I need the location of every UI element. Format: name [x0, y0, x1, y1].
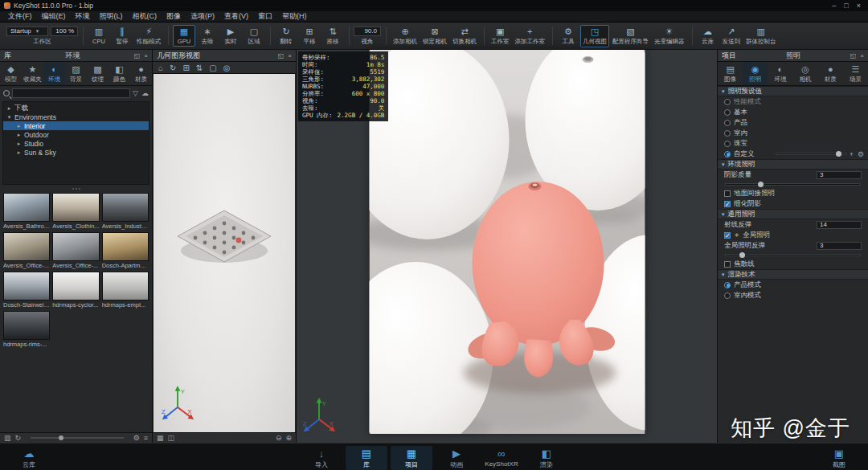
global-illumination-row[interactable]: ∗ 全局照明 — [718, 230, 868, 240]
tab-camera[interactable]: ◎ 相机 — [793, 62, 818, 85]
pan-icon[interactable]: ⊞ — [182, 63, 189, 72]
geometry-viewport[interactable]: Y X Z — [154, 74, 295, 432]
float-icon[interactable]: ◱ — [850, 52, 857, 59]
project-button[interactable]: ▦ 项目 — [391, 446, 432, 470]
send-to-button[interactable]: ↗ 发送到 — [720, 25, 743, 47]
zoom-in-icon[interactable]: ⊕ — [285, 434, 292, 442]
refresh-icon[interactable]: ↻ — [15, 434, 22, 442]
list-icon[interactable]: ≡ — [144, 434, 148, 442]
realtime-button[interactable]: ▶ 实时 — [219, 25, 242, 47]
tab-textures[interactable]: ▩ 纹理 — [87, 62, 108, 85]
render-technique-option[interactable]: 室内模式 — [718, 290, 868, 300]
menu-item[interactable]: 帮助(H) — [277, 11, 312, 22]
import-button[interactable]: ↓ 导入 — [301, 446, 342, 470]
maximize-icon[interactable]: □ — [844, 2, 848, 10]
tab-image[interactable]: ▤ 图像 — [718, 62, 743, 85]
tab-scene[interactable]: ☰ 场景 — [843, 62, 868, 85]
tab-materials[interactable]: ● 材质 — [130, 62, 152, 85]
pane-icon[interactable]: ◫ — [168, 434, 175, 442]
library-search-input[interactable] — [12, 88, 130, 98]
light-editor-button[interactable]: ☀ 光变编辑器 — [652, 25, 687, 47]
render-button[interactable]: ◧ 渲染 — [526, 446, 567, 470]
lighting-preset-option[interactable]: 性能模式 — [718, 96, 868, 107]
tree-item[interactable]: ▸ Sun & Sky — [3, 148, 149, 157]
dolly-icon[interactable]: ⇅ — [196, 63, 203, 72]
cloud-library-button[interactable]: ☁ 云库 — [697, 25, 719, 47]
lighting-preset-option[interactable]: 珠宝 — [718, 138, 868, 149]
environment-thumbnail[interactable]: hdrmaps-cyclor... — [52, 272, 99, 309]
close-panel-icon[interactable]: × — [860, 52, 864, 59]
menu-item[interactable]: 图像 — [162, 11, 186, 22]
menu-item[interactable]: 编辑(E) — [37, 11, 71, 22]
tab-environment[interactable]: ◐ 环境 — [768, 62, 792, 85]
menu-item[interactable]: 照明(L) — [95, 11, 128, 22]
tree-item[interactable]: ▸ 下载 — [3, 104, 149, 112]
environment-thumbnail[interactable]: Aversis_Clothin... — [52, 193, 99, 230]
tree-item[interactable]: ▾ Environments — [3, 112, 149, 121]
render-technique-header[interactable]: ▾ 渲染技术 — [718, 269, 868, 280]
gpu-button[interactable]: ▦ GPU — [173, 25, 195, 47]
lighting-checkbox-row[interactable]: 地面间接照明 — [718, 188, 868, 198]
menu-item[interactable]: 选项(P) — [186, 11, 219, 22]
lighting-preset-option[interactable]: 产品 — [718, 117, 868, 128]
cloud-icon[interactable]: ☁ — [141, 89, 149, 97]
region-button[interactable]: ▢ 区域 — [243, 25, 265, 47]
lighting-checkbox-row[interactable]: 细化阴影 — [718, 198, 868, 209]
environment-thumbnail[interactable]: hdrmaps-empt... — [102, 272, 149, 309]
cpu-button[interactable]: ▥ CPU — [88, 25, 110, 47]
environment-thumbnail[interactable]: Dosch-Apartme... — [102, 232, 149, 269]
environment-thumbnail[interactable]: hdrmaps-rims-... — [3, 311, 50, 348]
performance-button[interactable]: ⚡ 性能模式 — [134, 25, 163, 47]
gi-bounces-slider[interactable] — [725, 254, 861, 256]
menu-item[interactable]: 查看(V) — [219, 11, 253, 22]
pause-button[interactable]: ∥ 暂停 — [111, 25, 133, 47]
screenshot-shortcut[interactable]: ▣ 截图 — [818, 446, 860, 470]
float-icon[interactable]: ◱ — [134, 52, 141, 59]
fov-input[interactable]: 90.0 — [354, 27, 381, 36]
menu-item[interactable]: 窗口 — [253, 11, 277, 22]
render-technique-option[interactable]: 产品模式 — [718, 280, 868, 290]
environment-thumbnail[interactable]: Aversis_Office-... — [3, 232, 50, 269]
geometry-view-button[interactable]: ◳ 几何视图 — [580, 25, 609, 47]
environment-thumbnail[interactable]: Aversis_Bathro... — [3, 193, 50, 230]
menu-item[interactable]: 相机(C) — [128, 11, 162, 22]
tab-models[interactable]: ◆ 模型 — [0, 62, 22, 85]
shadow-quality-input[interactable]: 3 — [817, 171, 862, 179]
switch-camera-button[interactable]: ⇄ 切换相机 — [450, 25, 479, 47]
environment-thumbnail[interactable]: Aversis_Industri... — [102, 193, 149, 230]
frame-icon[interactable]: ▢ — [209, 63, 216, 72]
lighting-preset-option[interactable]: 室内 — [718, 128, 868, 138]
tab-lighting[interactable]: ◉ 照明 — [743, 62, 768, 85]
cpu-usage-box[interactable]: 100 % — [51, 27, 78, 36]
filter-icon[interactable]: ▽ — [133, 89, 138, 97]
pan-button[interactable]: ⊞ 平移 — [298, 25, 321, 47]
lighting-preset-option[interactable]: 基本 — [718, 107, 868, 117]
tab-colors[interactable]: ◧ 颜色 — [108, 62, 130, 85]
shadow-quality-slider[interactable] — [725, 183, 861, 186]
zoom-out-icon[interactable]: ⊖ — [276, 434, 282, 442]
add-studio-button[interactable]: + 添加工作室 — [513, 25, 548, 47]
home-icon[interactable]: ⌂ — [158, 63, 163, 72]
wizard-button[interactable]: ▧ 配置程序向导 — [610, 25, 651, 47]
general-lighting-header[interactable]: ▾ 通用照明 — [718, 209, 868, 219]
caustics-row[interactable]: 焦散线 — [718, 259, 868, 269]
gear-icon[interactable]: ⚙ — [858, 150, 864, 158]
environment-lighting-header[interactable]: ▾ 环境照明 — [718, 159, 868, 170]
cloud-library-shortcut[interactable]: ☁ 云库 — [8, 446, 50, 470]
float-icon[interactable]: ◱ — [278, 52, 285, 59]
denoise-button[interactable]: ∗ 去噪 — [196, 25, 219, 47]
keyshotxr-button[interactable]: ∞ KeyShotXR — [481, 446, 522, 470]
library-button[interactable]: ▤ 库 — [346, 446, 387, 470]
lock-camera-button[interactable]: ⊠ 锁定相机 — [420, 25, 449, 47]
menu-item[interactable]: 环境 — [71, 11, 95, 22]
settings-icon[interactable]: ⚙ — [133, 434, 140, 442]
tree-item[interactable]: ▸ Interior — [3, 121, 149, 130]
environment-thumbnail[interactable]: Aversis_Office-... — [52, 232, 99, 269]
thumbnail-size-slider[interactable] — [31, 437, 124, 439]
minimize-icon[interactable]: – — [832, 2, 836, 10]
camera-icon[interactable]: ◎ — [223, 63, 231, 72]
add-camera-button[interactable]: ⊕ 添加相机 — [391, 25, 420, 47]
menu-item[interactable]: 文件(F) — [3, 11, 37, 22]
tab-backplates[interactable]: ▨ 背景 — [65, 62, 87, 85]
close-panel-icon[interactable]: × — [144, 52, 148, 59]
